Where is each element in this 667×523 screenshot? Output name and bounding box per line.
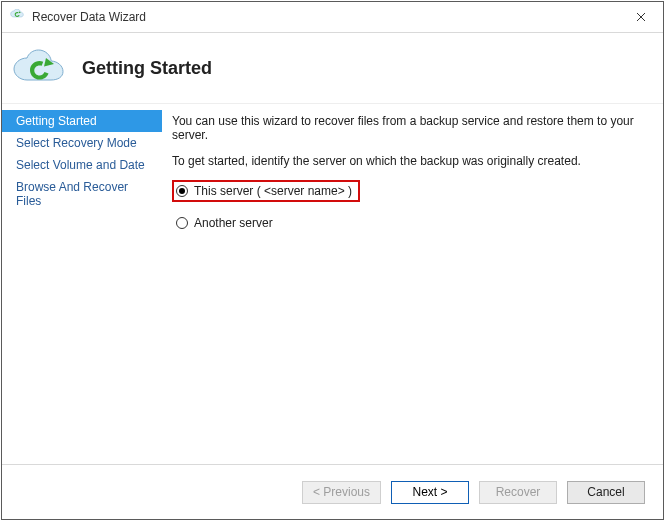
- radio-label-this-server: This server ( <server name> ): [194, 184, 352, 198]
- cloud-recover-icon: [10, 9, 26, 25]
- next-button[interactable]: Next >: [391, 481, 469, 504]
- steps-sidebar: Getting Started Select Recovery Mode Sel…: [2, 104, 162, 464]
- wizard-header: Getting Started: [2, 33, 663, 104]
- step-select-recovery-mode[interactable]: Select Recovery Mode: [2, 132, 162, 154]
- server-selection-group: This server ( <server name> ) Another se…: [172, 180, 643, 234]
- cloud-arrow-icon: [12, 48, 72, 88]
- close-button[interactable]: [618, 2, 663, 32]
- wizard-window: Recover Data Wizard Getting Started Gett…: [1, 1, 664, 520]
- step-browse-and-recover-files[interactable]: Browse And Recover Files: [2, 176, 162, 212]
- step-getting-started[interactable]: Getting Started: [2, 110, 162, 132]
- radio-icon: [176, 217, 188, 229]
- radio-another-server[interactable]: Another server: [172, 212, 281, 234]
- radio-label-another-server: Another server: [194, 216, 273, 230]
- radio-icon: [176, 185, 188, 197]
- instruction-text: To get started, identify the server on w…: [172, 154, 643, 168]
- window-title: Recover Data Wizard: [32, 10, 618, 24]
- previous-button: < Previous: [302, 481, 381, 504]
- close-icon: [636, 12, 646, 22]
- page-heading: Getting Started: [82, 58, 212, 79]
- wizard-content: You can use this wizard to recover files…: [162, 104, 663, 464]
- step-select-volume-and-date[interactable]: Select Volume and Date: [2, 154, 162, 176]
- wizard-body: Getting Started Select Recovery Mode Sel…: [2, 104, 663, 464]
- recover-button: Recover: [479, 481, 557, 504]
- cancel-button[interactable]: Cancel: [567, 481, 645, 504]
- radio-this-server[interactable]: This server ( <server name> ): [172, 180, 360, 202]
- intro-text: You can use this wizard to recover files…: [172, 114, 643, 142]
- wizard-footer: < Previous Next > Recover Cancel: [2, 464, 663, 519]
- titlebar: Recover Data Wizard: [2, 2, 663, 33]
